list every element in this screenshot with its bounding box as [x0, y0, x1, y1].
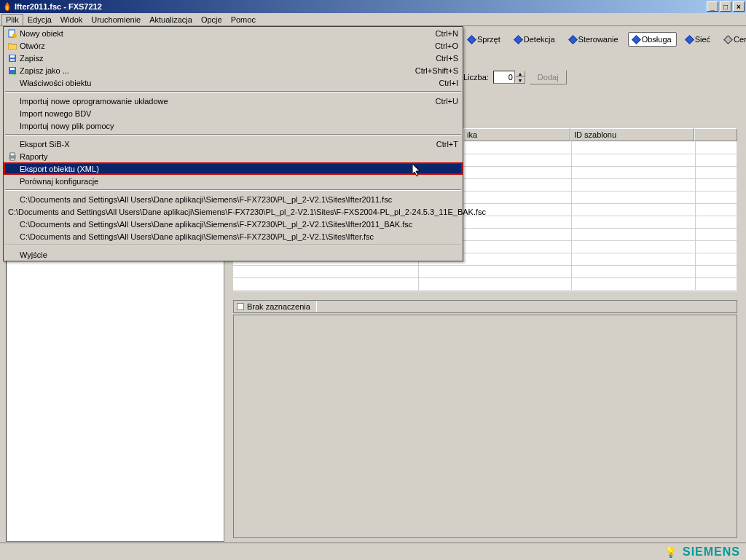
svg-rect-4: [10, 59, 15, 61]
open-folder-icon: [7, 42, 18, 50]
category-tabs: Sprzęt Detekcja Sterowanie Obsługa Sieć …: [463, 32, 742, 47]
tab-cerberus-remote[interactable]: Cerberus-Remote: [720, 32, 746, 47]
menu-item-recent-3[interactable]: C:\Documents and Settings\All Users\Dane…: [4, 218, 463, 230]
svg-rect-8: [10, 153, 15, 156]
tab-siec[interactable]: Sieć: [681, 32, 715, 47]
table-row[interactable]: [233, 277, 737, 290]
menubar: Plik Edycja Widok Uruchomienie Aktualiza…: [0, 13, 746, 26]
save-floppy-icon: [7, 54, 18, 63]
menu-plik[interactable]: Plik: [1, 14, 23, 25]
no-selection-label: Brak zaznaczenia: [247, 302, 310, 311]
brand-logo: SIEMENS: [683, 545, 740, 559]
menu-item-export-xml[interactable]: Eksport obiektu (XML): [4, 162, 463, 175]
column-header-id-szablonu[interactable]: ID szablonu: [570, 128, 694, 141]
minimize-button[interactable]: _: [707, 1, 718, 12]
menu-item-exit[interactable]: Wyjście: [4, 248, 463, 261]
liczba-input[interactable]: [493, 71, 515, 84]
menu-widok[interactable]: Widok: [56, 14, 87, 25]
new-icon: [7, 29, 18, 38]
column-header-empty[interactable]: [694, 128, 737, 141]
table-row[interactable]: [233, 265, 737, 277]
column-header-partial[interactable]: ika: [463, 128, 570, 141]
menu-separator: [5, 189, 461, 191]
menu-item-export-sibx[interactable]: Eksport SiB-X Ctrl+T: [4, 138, 463, 150]
no-selection-bar: Brak zaznaczenia: [233, 300, 737, 313]
svg-rect-9: [10, 158, 15, 160]
menu-item-import-bdv[interactable]: Import nowego BDV: [4, 107, 463, 119]
bulb-icon[interactable]: 💡: [664, 546, 677, 558]
maximize-button[interactable]: □: [720, 1, 731, 12]
dodaj-button[interactable]: Dodaj: [530, 70, 567, 84]
menu-item-properties[interactable]: Właściwości obiektu Ctrl+I: [4, 76, 463, 89]
menu-item-recent-2[interactable]: C:\Documents and Settings\All Users\Dane…: [4, 205, 463, 218]
printer-icon: [7, 152, 18, 161]
diamond-icon: [514, 35, 523, 44]
menu-uruchomienie[interactable]: Uruchomienie: [87, 14, 145, 25]
menu-opcje[interactable]: Opcje: [197, 14, 227, 25]
menu-item-save-as[interactable]: Zapisz jako ... Ctrl+Shift+S: [4, 64, 463, 76]
menu-item-save[interactable]: Zapisz Ctrl+S: [4, 52, 463, 64]
menu-item-recent-4[interactable]: C:\Documents and Settings\All Users\Dane…: [4, 230, 463, 242]
menu-item-open[interactable]: Otwórz Ctrl+O: [4, 39, 463, 52]
svg-rect-3: [10, 55, 15, 58]
selection-icon: [237, 303, 244, 310]
close-button[interactable]: ×: [733, 1, 745, 12]
statusbar: 💡 SIEMENS: [0, 543, 746, 560]
diamond-icon: [568, 35, 578, 44]
menu-separator: [5, 245, 461, 246]
menu-item-import-help[interactable]: Importuj nowy plik pomocy: [4, 119, 463, 132]
window-titlebar: Ifter2011.fsc - FXS7212 _ □ ×: [0, 0, 746, 13]
menu-separator: [5, 134, 461, 135]
spin-up-button[interactable]: ▲: [515, 71, 525, 77]
menu-item-compare-config[interactable]: Porównaj konfiguracje: [4, 175, 463, 187]
menu-item-new[interactable]: Nowy obiekt Ctrl+N: [4, 27, 463, 39]
menu-item-import-firmware[interactable]: Importuj nowe oprogramowanie układowe Ct…: [4, 95, 463, 107]
liczba-label: Liczba:: [463, 73, 489, 82]
app-flame-icon: [3, 2, 12, 11]
diamond-icon: [723, 35, 733, 44]
svg-rect-6: [10, 68, 15, 70]
menu-item-reports[interactable]: Raporty: [4, 150, 463, 162]
count-controls: Liczba: ▲ ▼ Dodaj: [463, 70, 567, 84]
svg-point-1: [12, 33, 17, 38]
detail-panel: [233, 315, 737, 538]
diamond-icon: [685, 35, 694, 44]
save-as-icon: [7, 66, 18, 75]
diamond-icon: [467, 35, 476, 44]
tree-panel[interactable]: [6, 251, 224, 542]
tab-obsluga[interactable]: Obsługa: [628, 32, 677, 47]
tab-sprzet[interactable]: Sprzęt: [463, 32, 506, 47]
file-menu-dropdown: Nowy obiekt Ctrl+N Otwórz Ctrl+O Zapisz …: [3, 26, 463, 261]
window-title: Ifter2011.fsc - FXS7212: [15, 2, 102, 11]
menu-separator: [5, 91, 461, 92]
diamond-icon: [632, 35, 641, 44]
tab-detekcja[interactable]: Detekcja: [510, 32, 560, 47]
spin-down-button[interactable]: ▼: [515, 77, 525, 84]
menu-edycja[interactable]: Edycja: [23, 14, 56, 25]
table-header: ika ID szablonu: [463, 128, 737, 141]
tab-sterowanie[interactable]: Sterowanie: [565, 32, 624, 47]
menu-pomoc[interactable]: Pomoc: [227, 14, 260, 25]
menu-item-recent-1[interactable]: C:\Documents and Settings\All Users\Dane…: [4, 193, 463, 205]
menu-aktualizacja[interactable]: Aktualizacja: [145, 14, 197, 25]
